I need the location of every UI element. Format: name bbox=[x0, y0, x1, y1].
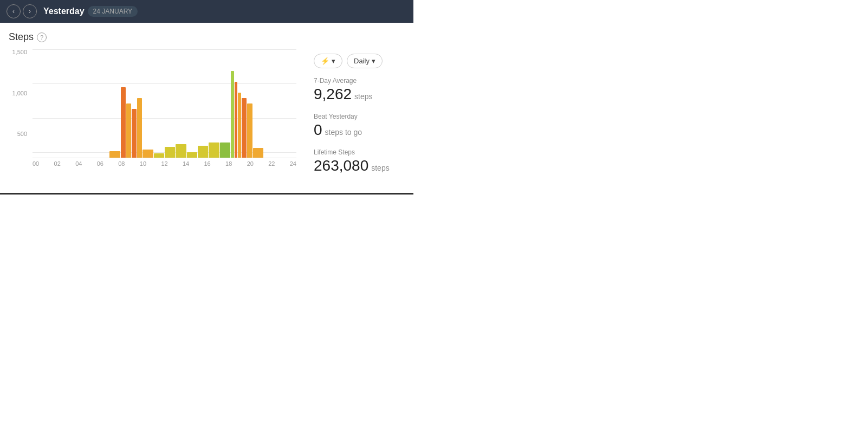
activity-filter-chevron: ▾ bbox=[332, 57, 335, 65]
x-label-24: 24 bbox=[290, 160, 296, 167]
bar-16 bbox=[209, 142, 219, 158]
bar-18-green bbox=[231, 71, 234, 158]
prev-icon: ‹ bbox=[12, 8, 15, 15]
bar-13 bbox=[176, 144, 186, 158]
bar-18-orange bbox=[235, 82, 238, 158]
x-label-02: 02 bbox=[54, 160, 61, 167]
chart-area: 1,500 1,000 500 bbox=[0, 49, 413, 189]
bar-group-20 bbox=[253, 148, 263, 158]
bar-08a bbox=[121, 87, 126, 158]
filter-row: ⚡ ▾ Daily ▾ bbox=[314, 54, 405, 68]
bar-14 bbox=[187, 152, 197, 158]
chart-inner: 00 02 04 06 08 10 12 14 16 18 20 22 24 bbox=[33, 49, 296, 169]
bar-group-07 bbox=[109, 151, 120, 158]
x-label-06: 06 bbox=[97, 160, 103, 167]
y-label-1000: 1,000 bbox=[12, 90, 27, 96]
bar-10 bbox=[142, 150, 153, 158]
y-label-500: 500 bbox=[17, 131, 27, 137]
x-label-10: 10 bbox=[140, 160, 146, 167]
next-button[interactable]: › bbox=[23, 4, 37, 18]
activity-filter-button[interactable]: ⚡ ▾ bbox=[314, 54, 342, 68]
page-title: Yesterday bbox=[43, 7, 85, 16]
avg-stat-block: 7-Day Average 9,262 steps bbox=[314, 77, 405, 103]
beat-value: 0 bbox=[314, 121, 322, 139]
bar-group-19 bbox=[242, 98, 252, 158]
bar-group-16 bbox=[209, 142, 219, 158]
bar-12 bbox=[165, 147, 175, 158]
bar-group-15 bbox=[198, 146, 208, 158]
bar-09b bbox=[137, 98, 142, 158]
bar-group-08 bbox=[121, 87, 131, 158]
beat-unit: steps to go bbox=[325, 128, 362, 137]
period-filter-button[interactable]: Daily ▾ bbox=[347, 54, 383, 68]
y-label-1500: 1,500 bbox=[12, 49, 27, 55]
lifetime-value-row: 263,080 steps bbox=[314, 157, 405, 174]
bar-09a bbox=[132, 109, 137, 158]
x-label-20: 20 bbox=[247, 160, 254, 167]
bar-08b bbox=[126, 103, 131, 158]
bar-11 bbox=[154, 153, 164, 158]
lifetime-value: 263,080 bbox=[314, 157, 368, 174]
beat-label: Beat Yesterday bbox=[314, 113, 405, 120]
x-label-12: 12 bbox=[161, 160, 167, 167]
prev-button[interactable]: ‹ bbox=[7, 4, 21, 18]
activity-filter-icon: ⚡ bbox=[321, 57, 329, 65]
bars-container bbox=[33, 49, 296, 158]
chart-container: 1,500 1,000 500 bbox=[0, 49, 305, 189]
header-date: 24 JANUARY bbox=[88, 6, 138, 17]
bar-group-17 bbox=[220, 142, 230, 158]
x-label-16: 16 bbox=[204, 160, 211, 167]
bar-group-18 bbox=[231, 71, 241, 158]
bar-19b bbox=[247, 103, 252, 158]
x-label-08: 08 bbox=[118, 160, 125, 167]
avg-value-row: 9,262 steps bbox=[314, 86, 405, 103]
period-filter-label: Daily bbox=[354, 57, 370, 65]
avg-unit: steps bbox=[354, 92, 372, 101]
bar-group-13 bbox=[176, 144, 186, 158]
bar-19a bbox=[242, 98, 247, 158]
section-title-row: Steps ? bbox=[0, 31, 413, 43]
next-icon: › bbox=[29, 8, 31, 15]
bar-18-yorange bbox=[238, 93, 241, 158]
bar-15 bbox=[198, 146, 208, 158]
help-icon[interactable]: ? bbox=[37, 33, 47, 42]
avg-label: 7-Day Average bbox=[314, 77, 405, 85]
bar-07 bbox=[109, 151, 120, 158]
bar-group-11 bbox=[154, 153, 164, 158]
main-content: Steps ? 1,500 1,000 500 bbox=[0, 23, 413, 189]
beat-stat-block: Beat Yesterday 0 steps to go bbox=[314, 113, 405, 139]
lifetime-stat-block: Lifetime Steps 263,080 steps bbox=[314, 148, 405, 174]
x-label-18: 18 bbox=[225, 160, 232, 167]
x-label-04: 04 bbox=[75, 160, 82, 167]
x-label-14: 14 bbox=[183, 160, 189, 167]
section-title: Steps bbox=[9, 31, 34, 43]
bar-group-10 bbox=[142, 150, 153, 158]
period-filter-chevron: ▾ bbox=[372, 57, 375, 65]
lifetime-unit: steps bbox=[371, 164, 389, 172]
avg-value: 9,262 bbox=[314, 86, 352, 103]
beat-value-row: 0 steps to go bbox=[314, 121, 405, 139]
lifetime-label: Lifetime Steps bbox=[314, 148, 405, 156]
bar-20 bbox=[253, 148, 263, 158]
x-label-22: 22 bbox=[268, 160, 275, 167]
bottom-border bbox=[0, 193, 413, 195]
x-axis: 00 02 04 06 08 10 12 14 16 18 20 22 24 bbox=[33, 158, 296, 169]
stats-panel: ⚡ ▾ Daily ▾ 7-Day Average 9,262 steps Be… bbox=[305, 49, 413, 189]
bar-17 bbox=[220, 142, 230, 158]
y-axis: 1,500 1,000 500 bbox=[9, 49, 30, 172]
bar-group-14 bbox=[187, 152, 197, 158]
page-header: ‹ › Yesterday 24 JANUARY bbox=[0, 0, 413, 23]
bar-group-12 bbox=[165, 147, 175, 158]
bar-group-09 bbox=[132, 98, 142, 158]
x-label-00: 00 bbox=[33, 160, 39, 167]
